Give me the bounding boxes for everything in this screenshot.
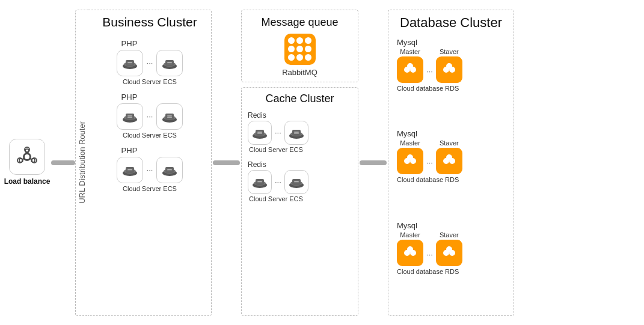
svg-rect-65 [294, 183, 299, 183]
svg-rect-49 [257, 132, 262, 133]
mysql-group-2: Mysql Master ··· Staver [397, 129, 505, 216]
svg-rect-34 [167, 115, 172, 117]
svg-rect-54 [294, 132, 299, 133]
db-cloud-label-3: Cloud database RDS [397, 268, 459, 275]
dots-1: ··· [147, 58, 153, 67]
redis-label-1: Redis [248, 111, 266, 120]
redis-row-1: ··· [248, 121, 308, 145]
svg-rect-60 [257, 183, 262, 183]
master-db-icon-1 [397, 56, 423, 83]
svg-rect-44 [167, 169, 172, 170]
server-label-1: Cloud Server ECS [123, 78, 177, 85]
load-balance-icon [9, 139, 45, 175]
redis-dots-1: ··· [275, 128, 281, 137]
svg-rect-40 [127, 171, 132, 171]
svg-point-71 [446, 63, 452, 69]
connector-1 [51, 160, 75, 165]
mysql-label-3: Mysql [397, 221, 417, 230]
svg-rect-45 [167, 171, 172, 171]
php-label-1: PHP [121, 39, 138, 48]
rabbitmq-label: RabbitMQ [282, 68, 317, 77]
connector-2 [213, 160, 240, 165]
db-dots-1: ··· [426, 67, 433, 76]
url-router-label: URL Distribution Router [78, 121, 87, 204]
server-row-3: ··· [117, 157, 183, 183]
svg-rect-50 [257, 133, 262, 134]
redis-icon-1a [248, 121, 272, 145]
db-dots-3: ··· [426, 250, 433, 259]
cache-cluster-title: Cache Cluster [248, 93, 352, 105]
redis-row-2: ··· [248, 170, 308, 194]
cloud-server-icon-1a [117, 50, 143, 76]
staver-col-2: Staver [436, 139, 462, 174]
master-label-2: Master [400, 139, 420, 147]
svg-rect-59 [257, 181, 262, 182]
svg-rect-29 [127, 115, 132, 117]
master-col-1: Master [397, 48, 423, 83]
php-group-1: PHP ··· Cloud Server ECS [117, 39, 183, 85]
svg-rect-64 [294, 181, 299, 182]
master-db-icon-3 [397, 240, 423, 266]
master-col-3: Master [397, 231, 423, 266]
redis-group-1: Redis ··· Cloud Server ECS [248, 111, 352, 153]
redis-icon-2a [248, 170, 272, 194]
svg-rect-55 [294, 133, 299, 134]
dots-3: ··· [147, 165, 153, 174]
cloud-server-icon-2b [156, 103, 183, 130]
staver-db-icon-2 [436, 148, 462, 174]
db-cloud-label-1: Cloud database RDS [397, 85, 459, 92]
url-router: URL Distribution Router [75, 10, 88, 316]
staver-label-2: Staver [440, 139, 459, 147]
redis-icon-2b [284, 170, 308, 194]
mysql-label-2: Mysql [397, 129, 417, 138]
svg-point-80 [407, 246, 413, 252]
mysql-group-3: Mysql Master ··· Staver [397, 221, 505, 308]
dots-2: ··· [147, 112, 153, 121]
svg-point-9 [24, 154, 30, 160]
svg-rect-39 [127, 169, 132, 170]
redis-group-2: Redis ··· Cloud Server ECS [248, 160, 352, 202]
business-cluster-wrapper: URL Distribution Router Business Cluster… [75, 10, 212, 316]
db-row-2: Master ··· Staver [397, 139, 462, 174]
svg-point-83 [446, 246, 452, 252]
php-group-3: PHP ··· Cloud Server ECS [117, 146, 183, 192]
cloud-server-icon-3a [117, 157, 143, 183]
staver-db-icon-3 [436, 240, 462, 266]
mysql-label-1: Mysql [397, 38, 417, 47]
cloud-server-icon-2a [117, 103, 143, 130]
server-label-2: Cloud Server ECS [123, 132, 177, 139]
svg-rect-24 [167, 62, 172, 63]
redis-server-label-2: Cloud Server ECS [249, 195, 303, 202]
db-dots-2: ··· [426, 158, 433, 167]
php-group-2: PHP ··· Cloud Server ECS [117, 93, 183, 139]
database-cluster-box: Database Cluster Mysql Master ··· [388, 10, 514, 316]
load-balancer-block: Load balance [3, 139, 51, 186]
svg-rect-25 [167, 64, 172, 64]
svg-rect-30 [127, 117, 132, 118]
master-db-icon-2 [397, 148, 423, 174]
message-queue-title: Message queue [261, 16, 338, 29]
server-row-1: ··· [117, 50, 183, 76]
master-label-1: Master [400, 48, 420, 55]
cloud-server-icon-1b [156, 50, 183, 76]
connector-3 [360, 160, 387, 165]
diagram: Load balance URL Distribution Router Bus… [0, 0, 644, 325]
db-cloud-label-2: Cloud database RDS [397, 176, 459, 183]
db-row-1: Master ··· Staver [397, 48, 462, 83]
svg-rect-35 [167, 117, 172, 118]
svg-rect-19 [127, 62, 132, 63]
rabbitmq-icon [284, 34, 316, 65]
mysql-group-1: Mysql Master ··· Staver [397, 38, 505, 125]
redis-label-2: Redis [248, 160, 266, 169]
server-row-2: ··· [117, 103, 183, 130]
server-label-3: Cloud Server ECS [123, 185, 177, 192]
business-cluster-content: Business Cluster PHP ··· Cloud Server EC… [88, 10, 212, 316]
database-cluster-title: Database Cluster [397, 15, 505, 31]
staver-db-icon-1 [436, 56, 462, 83]
staver-label-1: Staver [440, 48, 459, 55]
php-label-3: PHP [121, 146, 138, 155]
master-label-3: Master [400, 231, 420, 238]
redis-dots-2: ··· [275, 177, 281, 186]
redis-server-label-1: Cloud Server ECS [249, 146, 303, 153]
staver-col-3: Staver [436, 231, 462, 266]
